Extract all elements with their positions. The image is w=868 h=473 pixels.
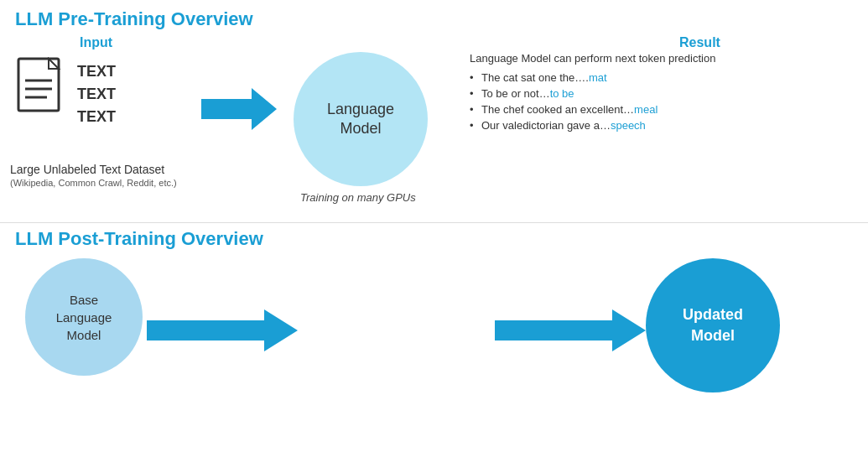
text-lines: TEXT TEXT TEXT	[77, 60, 116, 128]
updated-model-circle: UpdatedModel	[646, 258, 780, 392]
result-title: Language Model can perform next token pr…	[470, 52, 847, 65]
svg-marker-1	[49, 59, 59, 69]
pre-training-title: LLM Pre-Training Overview	[15, 8, 253, 30]
result-item-1: The cat sat one the….mat	[470, 71, 847, 84]
svg-marker-6	[147, 309, 298, 351]
svg-marker-9	[495, 309, 646, 351]
result-item-3: The chef cooked an excellent…meal	[470, 103, 847, 116]
result-item-2: To be or not…to be	[470, 87, 847, 100]
document-icon	[17, 57, 67, 117]
result-box: Language Model can perform next token pr…	[470, 52, 847, 135]
input-label: Input	[80, 35, 112, 50]
language-model-circle: LanguageModel	[294, 52, 428, 186]
input-to-model-arrow	[201, 84, 277, 134]
base-language-model-circle: BaseLanguageModel	[25, 258, 143, 376]
post-training-title: LLM Post-Training Overview	[15, 228, 263, 250]
result-list: The cat sat one the….mat To be or not…to…	[470, 71, 847, 132]
section-divider	[0, 222, 868, 223]
post-training-section: LLM Post-Training Overview BaseLanguageM…	[0, 228, 868, 473]
result-item-4: Our valedictorian gave a…speech	[470, 119, 847, 132]
result-label: Result	[679, 35, 720, 50]
boxes-to-updated-arrow	[495, 305, 646, 356]
pre-training-section: LLM Pre-Training Overview Input TEXT TEX…	[0, 0, 868, 226]
svg-marker-5	[201, 88, 277, 130]
base-to-boxes-arrow	[147, 305, 298, 356]
dataset-label: Large Unlabeled Text Dataset (Wikipedia,…	[10, 162, 177, 189]
gpu-label: Training on many GPUs	[300, 191, 416, 204]
